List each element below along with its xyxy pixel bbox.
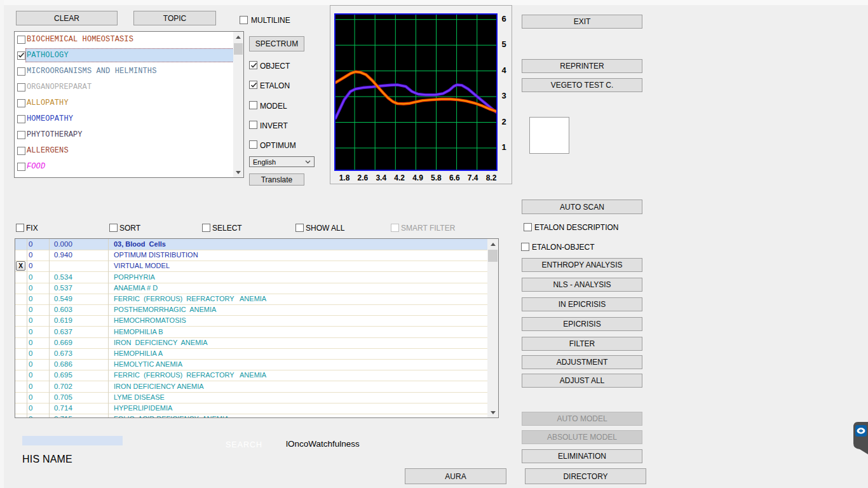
result-row[interactable]: 00.705LYME DISEASE	[15, 392, 488, 403]
result-row[interactable]: 00.686HEMOLYTIC ANEMIA	[15, 359, 488, 370]
adjustment-button[interactable]: ADJUSTMENT	[522, 355, 642, 369]
result-name: PORPHYRIA	[114, 272, 485, 283]
invert-checkbox[interactable]	[249, 121, 257, 129]
result-row[interactable]: 00.603POSTHEMORRHAGIC ANEMIA	[15, 304, 488, 316]
result-count: 0	[29, 272, 46, 283]
language-select[interactable]: English	[249, 156, 315, 167]
category-item-organopreparat[interactable]: ORGANOPREPARAT	[15, 79, 233, 95]
result-value: 0.619	[54, 315, 105, 326]
category-item-pathology[interactable]: PATHOLOGY	[15, 48, 233, 64]
multiline-label: MULTILINE	[251, 16, 290, 25]
result-count: 0	[29, 250, 46, 261]
epicrisis-button[interactable]: EPICRISIS	[522, 317, 642, 331]
category-checkbox[interactable]	[17, 163, 25, 171]
category-checkbox[interactable]	[17, 36, 25, 44]
reprinter-button[interactable]: REPRINTER	[522, 59, 642, 73]
model-checkbox[interactable]	[249, 101, 257, 109]
name-input[interactable]	[22, 436, 123, 445]
result-row[interactable]: 00.673HEMOPHILIA A	[15, 348, 488, 360]
category-scrollbar[interactable]	[233, 32, 243, 177]
category-checkbox[interactable]	[17, 83, 25, 92]
category-checkbox[interactable]	[17, 147, 25, 155]
result-value: 0.940	[54, 250, 105, 261]
category-label: ALLERGENS	[27, 143, 69, 159]
result-row[interactable]: 00.669IRON DEFICIENCY ANEMIA	[15, 337, 488, 349]
his-name-label: HIS NAME	[22, 454, 72, 465]
category-item-allopathy[interactable]: ALLOPATHY	[15, 95, 233, 111]
result-row[interactable]: 00.695FERRIC (FERROUS) REFRACTORY ANEMIA	[15, 370, 488, 381]
select-checkbox[interactable]	[202, 224, 210, 232]
result-row[interactable]: 00.940OPTIMUM DISTRIBUTION	[15, 250, 488, 261]
results-scrollbar[interactable]	[487, 239, 498, 417]
clear-button[interactable]: CLEAR	[16, 11, 118, 25]
auto-scan-button[interactable]: AUTO SCAN	[522, 200, 642, 214]
window-edge-top	[0, 0, 868, 5]
scroll-thumb[interactable]	[488, 250, 498, 262]
category-label: BIOCHEMICAL HOMEOSTASIS	[27, 32, 133, 48]
sort-checkbox[interactable]	[109, 224, 118, 232]
result-name: OPTIMUM DISTRIBUTION	[114, 250, 485, 261]
scroll-down-button[interactable]	[233, 167, 243, 177]
spectrum-button[interactable]: SPECTRUM	[249, 36, 304, 51]
show-all-checkbox[interactable]	[295, 224, 304, 232]
aura-button[interactable]: AURA	[405, 468, 506, 484]
y-tick-label: 2	[498, 118, 510, 126]
directory-button[interactable]: DIRECTORY	[525, 468, 646, 484]
category-item-phytotherapy[interactable]: PHYTOTHERAPY	[15, 127, 233, 143]
result-row[interactable]: 00.714HYPERLIPIDEMIA	[15, 403, 488, 414]
multiline-checkbox[interactable]	[240, 16, 248, 24]
result-row[interactable]: 00.702IRON DEFICIENCY ANEMIA	[15, 381, 488, 393]
teamviewer-icon[interactable]	[852, 421, 868, 456]
category-label: PHYTOTHERAPY	[27, 127, 83, 143]
nls-analysis-button[interactable]: NLS - ANALYSIS	[522, 278, 642, 292]
category-item-food[interactable]: FOOD	[15, 159, 233, 175]
category-item-allergens[interactable]: ALLERGENS	[15, 143, 233, 159]
fix-x-button[interactable]: X	[16, 261, 25, 271]
result-row[interactable]: 00.619HEMOCHROMATOSIS	[15, 315, 488, 327]
scroll-thumb[interactable]	[234, 43, 243, 55]
result-value: 0.702	[54, 381, 105, 392]
result-row[interactable]: X0VIRTUAL MODEL	[15, 261, 488, 272]
etalon-object-checkbox[interactable]	[521, 243, 529, 251]
scroll-up-button[interactable]	[233, 32, 243, 42]
in-epicrisis-button[interactable]: IN EPICRISIS	[522, 297, 642, 311]
scroll-up-button[interactable]	[487, 239, 498, 249]
result-row[interactable]: 00.715FOLIC ACID DEFICIENCY ANEMIA	[15, 414, 488, 417]
category-checkbox[interactable]	[17, 51, 25, 60]
category-item-microorganisms-and-helminths[interactable]: MICROORGANISMS AND HELMINTHS	[15, 64, 233, 79]
object-checkbox[interactable]	[249, 61, 257, 69]
result-value: 0.705	[54, 392, 105, 403]
translate-button[interactable]: Translate	[249, 173, 304, 186]
category-checkbox[interactable]	[17, 115, 25, 123]
window-edge-left	[0, 0, 4, 488]
scroll-down-button[interactable]	[487, 407, 498, 417]
fix-checkbox[interactable]	[16, 224, 24, 232]
vegeto-test-button[interactable]: VEGETO TEST C.	[522, 78, 642, 92]
exit-button[interactable]: EXIT	[522, 15, 642, 29]
category-checkbox[interactable]	[17, 67, 25, 76]
result-count: 0	[29, 403, 46, 414]
result-row[interactable]: 00.537ANAEMIA # D	[15, 283, 488, 294]
category-item-biochemical-homeostasis[interactable]: BIOCHEMICAL HOMEOSTASIS	[15, 32, 233, 48]
result-value: 0.549	[54, 294, 105, 304]
filter-button[interactable]: FILTER	[522, 337, 642, 351]
enthropy-analysis-button[interactable]: ENTHROPY ANALYSIS	[522, 258, 642, 272]
result-row[interactable]: 00.549FERRIC (FERROUS) REFRACTORY ANEMIA	[15, 294, 488, 305]
result-count: 0	[29, 283, 46, 294]
result-row[interactable]: 00.534PORPHYRIA	[15, 272, 488, 283]
etalon-description-checkbox[interactable]	[524, 223, 532, 231]
result-row[interactable]: 00.00003, Blood Cells	[15, 239, 488, 250]
optimum-checkbox[interactable]	[249, 140, 257, 149]
category-checkbox[interactable]	[17, 99, 25, 107]
category-item-homeopathy[interactable]: HOMEOPATHY	[15, 111, 233, 127]
result-name: IRON DEFICIENCY ANEMIA	[114, 381, 485, 392]
optimum-label: OPTIMUM	[260, 141, 296, 150]
x-tick-label: 8.2	[482, 173, 501, 182]
result-value: 0.714	[54, 403, 105, 414]
result-row[interactable]: 00.637HEMOPHILIA B	[15, 327, 488, 338]
category-checkbox[interactable]	[17, 131, 25, 139]
adjust-all-button[interactable]: ADJUST ALL	[522, 374, 642, 388]
topic-button[interactable]: TOPIC	[133, 11, 216, 25]
etalon-checkbox[interactable]	[249, 81, 257, 89]
elimination-button[interactable]: ELIMINATION	[522, 449, 642, 463]
